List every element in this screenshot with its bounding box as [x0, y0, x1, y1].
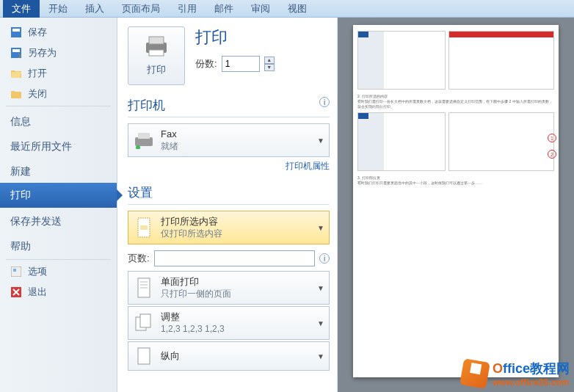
tab-pagelayout[interactable]: 页面布局: [113, 0, 169, 18]
info-icon[interactable]: i: [319, 253, 330, 264]
separator: [6, 259, 111, 260]
print-title: 打印: [195, 26, 275, 48]
info-icon[interactable]: i: [319, 97, 330, 107]
tab-view[interactable]: 视图: [279, 0, 316, 18]
separator: [128, 204, 330, 205]
sidebar-item-save[interactable]: 保存: [0, 22, 117, 43]
preview-body: 有时我们打印只需要页面当中的其中一小段，这时候我们可以通过第一步……: [357, 181, 554, 186]
print-button-label: 打印: [147, 63, 166, 76]
open-icon: [10, 68, 22, 79]
separator: [6, 106, 111, 106]
printer-combo[interactable]: Fax 就绪 ▼: [128, 123, 330, 157]
preview-thumb: 1 2: [448, 112, 554, 171]
sidebar-item-close[interactable]: 关闭: [0, 84, 117, 104]
svg-rect-1: [12, 29, 20, 32]
annotation-2: 2: [548, 150, 556, 159]
separator: [128, 117, 330, 117]
orientation-title: 纵向: [161, 350, 311, 363]
sidebar-cat-new[interactable]: 新建: [0, 158, 117, 183]
exit-icon: [10, 286, 22, 298]
saveas-icon: [10, 47, 22, 59]
sidebar-cat-info[interactable]: 信息: [0, 108, 117, 133]
collated-subtitle: 1,2,3 1,2,3 1,2,3: [161, 324, 311, 335]
print-panel: 打印 打印 份数: ▲ ▼ 打印机 i Fax: [117, 18, 338, 392]
preview-thumb: [448, 31, 554, 90]
sidebar-item-options[interactable]: 选项: [0, 261, 117, 282]
page-selection-icon: [133, 215, 155, 240]
preview-heading: 3. 打印部分页: [357, 175, 554, 181]
pages-input[interactable]: [154, 250, 315, 266]
collated-icon: [133, 311, 155, 335]
chevron-down-icon: ▼: [317, 224, 324, 232]
preview-page: 2. 打印所选的内容 有时我们需打印一份长文档中的所需页数文档，这就需要选择自定…: [353, 25, 559, 377]
portrait-icon: [133, 344, 155, 369]
sidebar-item-label: 选项: [28, 265, 47, 278]
chevron-down-icon: ▼: [317, 319, 324, 327]
ribbon: 文件 开始 插入 页面布局 引用 邮件 审阅 视图: [0, 0, 574, 18]
tab-references[interactable]: 引用: [169, 0, 206, 18]
pages-label: 页数:: [128, 252, 150, 265]
sidebar-cat-help[interactable]: 帮助: [0, 233, 117, 258]
tab-insert[interactable]: 插入: [76, 0, 113, 18]
printer-icon: [143, 35, 170, 60]
tab-mailings[interactable]: 邮件: [206, 0, 242, 18]
tab-home[interactable]: 开始: [40, 0, 76, 18]
settings-section-title: 设置: [128, 184, 330, 201]
watermark-brand: Office教程网: [493, 360, 570, 377]
copies-label: 份数:: [195, 57, 217, 70]
watermark-logo-icon: [459, 358, 490, 389]
chevron-down-icon: ▼: [317, 284, 324, 292]
svg-rect-9: [149, 50, 164, 56]
print-range-combo[interactable]: 打印所选内容 仅打印所选内容 ▼: [128, 211, 330, 244]
orientation-combo[interactable]: 纵向 ▼: [128, 341, 330, 371]
collated-combo[interactable]: 调整 1,2,3 1,2,3 1,2,3 ▼: [128, 306, 330, 340]
backstage-sidebar: 保存 另存为 打开 关闭 信息 最近所用文件 新建 打印 保存并发送 帮助 选项…: [0, 18, 117, 392]
chevron-down-icon: ▼: [317, 352, 324, 360]
sidebar-item-label: 保存: [28, 26, 47, 39]
tab-review[interactable]: 审阅: [242, 0, 279, 18]
copies-input[interactable]: [222, 56, 260, 72]
preview-body: 有时我们需打印一份长文档中的所需页数文档，这就需要选择自定义打印范围，在下图中步…: [357, 99, 554, 109]
preview-thumb: [357, 112, 446, 171]
svg-rect-8: [149, 37, 164, 44]
printer-status: 就绪: [161, 141, 311, 153]
sidebar-cat-print[interactable]: 打印: [0, 183, 117, 208]
sidebar-item-exit[interactable]: 退出: [0, 282, 117, 302]
sidebar-item-label: 退出: [28, 286, 47, 299]
svg-rect-20: [140, 314, 150, 327]
svg-rect-21: [138, 348, 150, 364]
sidebar-item-saveas[interactable]: 另存为: [0, 43, 117, 63]
spin-down-icon[interactable]: ▼: [264, 64, 275, 71]
copies-spinner[interactable]: ▲ ▼: [264, 57, 275, 71]
collated-title: 调整: [161, 311, 311, 324]
chevron-down-icon: ▼: [317, 137, 324, 145]
spin-up-icon[interactable]: ▲: [264, 57, 275, 64]
options-icon: [10, 266, 22, 277]
svg-rect-3: [12, 49, 20, 52]
annotation-1: 1: [548, 134, 556, 142]
onesided-icon: [133, 275, 155, 300]
svg-rect-14: [140, 225, 148, 230]
sidebar-item-label: 关闭: [28, 87, 47, 101]
onesided-subtitle: 只打印一侧的页面: [161, 288, 311, 300]
range-subtitle: 仅打印所选内容: [161, 228, 311, 240]
sidebar-cat-recent[interactable]: 最近所用文件: [0, 133, 117, 158]
close-icon: [10, 88, 22, 100]
range-title: 打印所选内容: [161, 216, 311, 228]
onesided-title: 单面打印: [161, 276, 311, 288]
svg-rect-11: [138, 133, 150, 139]
svg-rect-5: [13, 269, 16, 272]
sidebar-cat-saveandsend[interactable]: 保存并发送: [0, 208, 117, 233]
save-icon: [10, 26, 22, 38]
tab-file[interactable]: 文件: [3, 0, 40, 18]
sidebar-item-open[interactable]: 打开: [0, 63, 117, 84]
preview-thumb: [357, 31, 446, 90]
print-button[interactable]: 打印: [128, 26, 185, 85]
watermark-url: www.office26.com: [493, 377, 570, 388]
fax-printer-icon: [133, 128, 155, 153]
print-preview-area: 2. 打印所选的内容 有时我们需打印一份长文档中的所需页数文档，这就需要选择自定…: [338, 18, 574, 392]
onesided-combo[interactable]: 单面打印 只打印一侧的页面 ▼: [128, 271, 330, 305]
printer-name: Fax: [161, 128, 311, 141]
sidebar-item-label: 另存为: [28, 46, 57, 59]
printer-properties-link[interactable]: 打印机属性: [128, 160, 330, 173]
